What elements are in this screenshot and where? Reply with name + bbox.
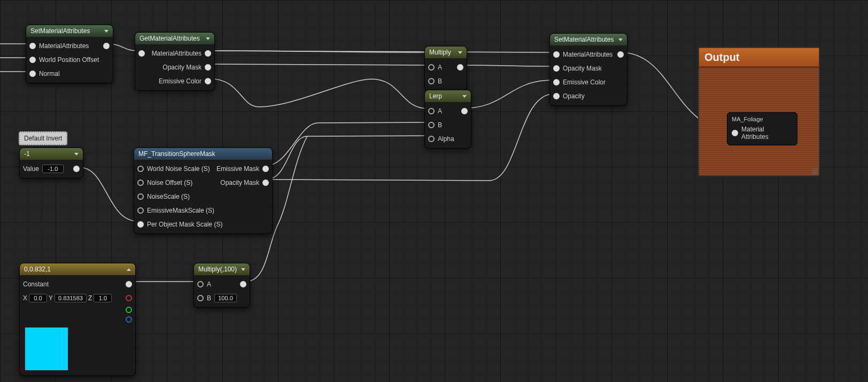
pin-in[interactable]: [29, 43, 36, 49]
node-title: GetMaterialAttributes: [140, 35, 200, 42]
node-title: Lerp: [429, 92, 442, 100]
node-header[interactable]: -1: [20, 148, 83, 160]
node-set-material-attributes-2[interactable]: SetMaterialAttributes MaterialAttributes…: [549, 33, 627, 106]
pin-in[interactable]: [137, 193, 144, 200]
pin-label: MaterialAttributes: [152, 50, 201, 57]
value-input[interactable]: [42, 165, 64, 173]
pin-label: MaterialAttributes: [563, 51, 613, 58]
pin-in[interactable]: [197, 295, 204, 301]
pin-out[interactable]: [205, 64, 211, 71]
pin-label: A: [438, 107, 442, 115]
chevron-down-icon[interactable]: [462, 95, 467, 98]
pin-in[interactable]: [732, 130, 738, 136]
pin-in[interactable]: [553, 93, 560, 99]
node-header[interactable]: SetMaterialAttributes: [26, 25, 113, 37]
pin-label: Opacity Mask: [563, 65, 602, 72]
node-mf-transition-sphere-mask[interactable]: MF_TransitionSphereMask World Noise Scal…: [134, 147, 273, 234]
chevron-down-icon[interactable]: [74, 153, 79, 155]
node-header[interactable]: 0,0.832,1: [20, 263, 135, 275]
y-input[interactable]: [55, 294, 87, 302]
pin-label: Emissive Color: [159, 77, 201, 85]
chevron-up-icon[interactable]: [127, 268, 131, 271]
pin-in[interactable]: [137, 166, 144, 172]
pin-in[interactable]: [428, 78, 435, 84]
node-lerp[interactable]: Lerp A B Alpha: [424, 90, 471, 149]
pin-label: Emissive Color: [563, 79, 606, 86]
pin-out[interactable]: [457, 64, 463, 71]
node-scalar-param[interactable]: -1 Value: [19, 147, 83, 178]
pin-in[interactable]: [137, 180, 144, 186]
pin-label: B: [438, 77, 442, 85]
b-input[interactable]: [214, 294, 237, 302]
pin-in[interactable]: [29, 57, 36, 63]
chevron-down-icon[interactable]: [458, 51, 462, 54]
chevron-down-icon[interactable]: [241, 268, 245, 271]
value-label: Value: [23, 165, 39, 173]
node-get-material-attributes[interactable]: GetMaterialAttributes MaterialAttributes…: [135, 32, 215, 91]
pin-label: B: [438, 121, 442, 129]
pin-out[interactable]: [126, 281, 132, 287]
pin-out[interactable]: [461, 108, 468, 114]
pin-in[interactable]: [428, 108, 435, 114]
pin-label: World Noise Scale (S): [147, 165, 210, 173]
x-label: X: [23, 294, 27, 302]
pin-out[interactable]: [262, 180, 269, 186]
z-input[interactable]: [94, 294, 112, 302]
pin-in[interactable]: [428, 136, 435, 142]
pin-label: Noise Offset (S): [147, 179, 192, 186]
pin-label: NoiseScale (S): [147, 193, 190, 200]
pin-out-g[interactable]: [126, 307, 132, 313]
node-constant-vector[interactable]: 0,0.832,1 Constant X Y Z: [19, 263, 136, 376]
pin-out[interactable]: [205, 78, 211, 84]
pin-label: Opacity: [563, 92, 585, 100]
node-header[interactable]: Lerp: [425, 90, 471, 102]
constant-label: Constant: [23, 280, 49, 288]
node-multiply-100[interactable]: Multiply(,100) A B: [193, 263, 250, 308]
pin-label: A: [207, 280, 211, 288]
pin-out-b[interactable]: [126, 316, 132, 323]
node-title: -1: [24, 150, 30, 158]
color-swatch[interactable]: [25, 328, 68, 370]
node-header[interactable]: GetMaterialAttributes: [135, 33, 214, 44]
pin-label: A: [438, 64, 442, 71]
pin-in[interactable]: [553, 79, 560, 85]
pin-out[interactable]: [262, 166, 269, 172]
resize-handle-icon[interactable]: [811, 168, 818, 174]
output-inner-node[interactable]: MA_Foliage Material Attributes: [727, 112, 797, 145]
node-header[interactable]: Multiply(,100): [194, 263, 250, 275]
node-title: SetMaterialAttributes: [554, 36, 614, 43]
z-label: Z: [88, 294, 92, 302]
node-header[interactable]: Multiply: [425, 46, 467, 58]
node-multiply[interactable]: Multiply A B: [424, 46, 467, 91]
pin-label: Emissive Mask: [216, 165, 259, 173]
node-title: MF_TransitionSphereMask: [138, 150, 215, 158]
pin-out[interactable]: [103, 43, 110, 49]
chevron-down-icon[interactable]: [206, 37, 210, 40]
pin-in[interactable]: [197, 281, 204, 287]
node-header[interactable]: MF_TransitionSphereMask: [134, 148, 272, 160]
pin-out[interactable]: [73, 166, 80, 172]
pin-label: MaterialAttributes: [39, 42, 89, 50]
node-header[interactable]: SetMaterialAttributes: [550, 34, 627, 45]
pin-in[interactable]: [138, 50, 145, 57]
node-set-material-attributes-1[interactable]: SetMaterialAttributes MaterialAttributes…: [26, 25, 113, 83]
chevron-down-icon[interactable]: [104, 30, 108, 33]
pin-label: EmissiveMaskScale (S): [147, 207, 214, 214]
inner-node-title: MA_Foliage: [731, 115, 794, 123]
chevron-down-icon[interactable]: [618, 38, 623, 41]
node-output[interactable]: Output MA_Foliage Material Attributes: [698, 47, 820, 176]
pin-in[interactable]: [29, 71, 36, 77]
pin-in[interactable]: [553, 51, 560, 58]
x-input[interactable]: [29, 294, 47, 302]
pin-in[interactable]: [428, 64, 435, 71]
node-title: 0,0.832,1: [24, 266, 51, 273]
pin-out-r[interactable]: [126, 295, 132, 301]
pin-out[interactable]: [617, 51, 624, 58]
pin-label: Material Attributes: [741, 126, 793, 141]
pin-in[interactable]: [428, 122, 435, 128]
pin-in[interactable]: [137, 221, 144, 228]
pin-out[interactable]: [240, 281, 246, 287]
pin-in[interactable]: [553, 65, 560, 72]
pin-in[interactable]: [137, 207, 144, 214]
pin-out[interactable]: [205, 50, 211, 57]
